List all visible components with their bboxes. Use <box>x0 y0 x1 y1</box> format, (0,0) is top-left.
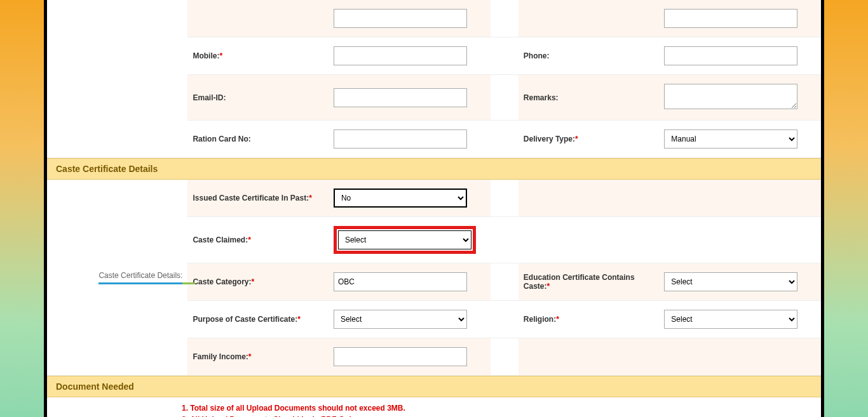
mobile-label: Mobile: <box>193 51 219 60</box>
family-income-label: Family Income: <box>193 352 248 361</box>
section-header-documents: Document Needed <box>47 376 821 397</box>
caste-claimed-select[interactable]: Select <box>338 230 471 249</box>
personal-side-spacer <box>47 0 187 158</box>
purpose-label: Purpose of Caste Certificate: <box>193 315 297 324</box>
phone-input[interactable] <box>664 46 797 65</box>
caste-category-label: Caste Category: <box>193 277 251 286</box>
section-header-caste: Caste Certificate Details <box>47 158 821 180</box>
ration-label: Ration Card No: <box>193 135 250 143</box>
ration-input[interactable] <box>334 129 467 149</box>
issued-label: Issued Caste Certificate In Past: <box>193 194 309 202</box>
unknown-input-top-right[interactable] <box>664 9 797 28</box>
issued-past-select[interactable]: No <box>334 189 467 208</box>
delivery-label: Delivery Type: <box>524 135 575 143</box>
email-label: Email-ID: <box>193 93 226 102</box>
caste-side-label: Caste Certificate Details: <box>98 271 182 284</box>
doc-note-2: 2. All Upload Documents Should be in PDF… <box>182 414 813 417</box>
personal-details-table: Mobile:* Phone: Email-ID: Remarks: Ratio… <box>47 0 821 158</box>
caste-details-table: Caste Certificate Details: Issued Caste … <box>47 180 821 376</box>
delivery-type-select[interactable]: Manual <box>664 129 797 149</box>
religion-select[interactable]: Select <box>664 310 797 329</box>
remarks-textarea[interactable] <box>664 84 797 109</box>
doc-note-1: 1. Total size of all Upload Documents sh… <box>182 402 813 414</box>
phone-label: Phone: <box>524 51 550 60</box>
caste-side-label-cell: Caste Certificate Details: <box>47 180 187 376</box>
religion-label: Religion: <box>524 315 556 324</box>
remarks-label: Remarks: <box>524 93 559 102</box>
caste-claimed-label: Caste Claimed: <box>193 235 248 244</box>
documents-table: Documents List: 1. Total size of all Upl… <box>47 397 821 417</box>
form-page: Mobile:* Phone: Email-ID: Remarks: Ratio… <box>46 0 822 417</box>
documents-side-label-cell: Documents List: <box>47 397 174 417</box>
caste-claimed-highlight: Select <box>334 226 476 254</box>
email-input[interactable] <box>334 88 467 107</box>
mobile-input[interactable] <box>334 46 467 65</box>
family-income-input[interactable] <box>334 347 467 366</box>
purpose-select[interactable]: Select <box>334 310 467 329</box>
unknown-input-top-left[interactable] <box>334 9 467 28</box>
edu-cert-label: Education Certificate Contains Caste: <box>524 273 635 291</box>
caste-category-input[interactable] <box>334 272 467 291</box>
edu-cert-select[interactable]: Select <box>664 272 797 291</box>
